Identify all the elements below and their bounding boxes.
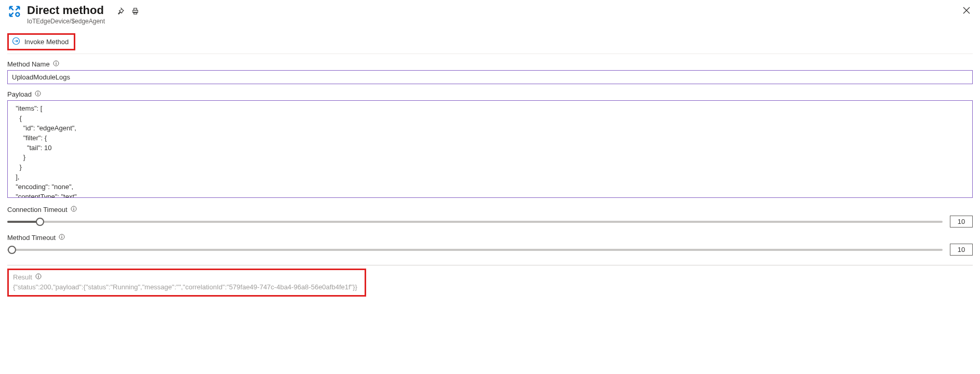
result-label: Result	[13, 273, 32, 281]
toolbar: Invoke Method	[7, 33, 973, 54]
payload-input[interactable]	[7, 100, 973, 198]
svg-point-9	[37, 92, 38, 92]
connection-timeout-slider[interactable]	[7, 217, 943, 226]
invoke-method-button[interactable]: Invoke Method	[7, 33, 75, 50]
page-title: Direct method	[27, 4, 105, 17]
svg-rect-7	[56, 63, 56, 65]
result-text: {"status":200,"payload":{"status":"Runni…	[13, 283, 357, 291]
svg-point-12	[73, 207, 74, 208]
connection-timeout-label: Connection Timeout	[7, 206, 68, 213]
method-name-label: Method Name	[7, 60, 50, 68]
invoke-arrow-icon	[12, 37, 20, 47]
svg-point-18	[38, 275, 38, 275]
header: Direct method IoTEdgeDevice/$edgeAgent	[7, 4, 973, 25]
invoke-method-label: Invoke Method	[24, 38, 69, 46]
svg-point-0	[16, 12, 19, 16]
svg-rect-10	[37, 93, 38, 95]
info-icon[interactable]	[35, 90, 41, 98]
method-timeout-slider[interactable]	[7, 245, 943, 255]
pin-icon[interactable]	[116, 7, 124, 15]
method-timeout-value[interactable]: 10	[950, 244, 973, 256]
connection-timeout-value[interactable]: 10	[950, 216, 973, 228]
svg-rect-13	[73, 208, 74, 210]
method-timeout-label: Method Timeout	[7, 234, 56, 242]
close-icon[interactable]	[962, 6, 971, 15]
svg-rect-16	[62, 236, 62, 238]
breadcrumb: IoTEdgeDevice/$edgeAgent	[27, 18, 105, 25]
result-block: Result {"status":200,"payload":{"status"…	[7, 269, 366, 297]
print-icon[interactable]	[131, 7, 139, 15]
svg-point-15	[62, 235, 62, 236]
info-icon[interactable]	[35, 273, 42, 281]
svg-rect-19	[38, 276, 38, 278]
resource-icon	[7, 4, 22, 20]
info-icon[interactable]	[59, 234, 65, 242]
svg-point-6	[56, 62, 56, 62]
svg-rect-2	[134, 8, 137, 10]
info-icon[interactable]	[71, 206, 77, 213]
method-name-input[interactable]	[7, 70, 973, 84]
payload-label: Payload	[7, 90, 32, 98]
info-icon[interactable]	[53, 60, 59, 68]
